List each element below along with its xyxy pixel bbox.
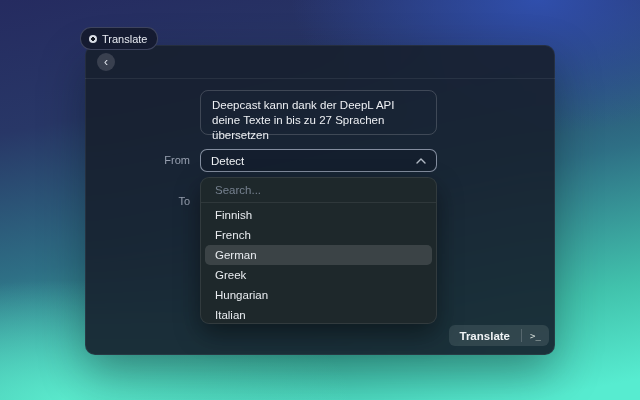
desktop-background: Translate ‹ Deepcast kann dank der DeepL…	[0, 0, 640, 400]
from-language-select[interactable]: Detect	[200, 149, 437, 172]
translate-app-badge[interactable]: Translate	[80, 27, 158, 50]
dropdown-option-italian[interactable]: Italian	[201, 305, 436, 324]
dropdown-search-input[interactable]	[213, 183, 424, 197]
terminal-icon[interactable]: >_	[522, 331, 549, 341]
source-text: Deepcast kann dank der DeepL API deine T…	[212, 99, 394, 141]
chevron-up-icon	[416, 158, 426, 164]
language-dropdown: Finnish French German Greek Hungarian It…	[200, 177, 437, 324]
to-label: To	[85, 190, 190, 213]
chevron-left-icon: ‹	[104, 56, 108, 68]
window-header: ‹	[85, 45, 555, 79]
dropdown-option-hungarian[interactable]: Hungarian	[201, 285, 436, 305]
dropdown-option-finnish[interactable]: Finnish	[201, 205, 436, 225]
source-text-area[interactable]: Deepcast kann dank der DeepL API deine T…	[200, 90, 437, 135]
dropdown-option-french[interactable]: French	[201, 225, 436, 245]
translate-button[interactable]: Translate	[449, 330, 522, 342]
dropdown-options-list: Finnish French German Greek Hungarian It…	[201, 203, 436, 324]
dropdown-search-row	[201, 178, 436, 203]
gear-icon	[89, 35, 97, 43]
translate-window: ‹ Deepcast kann dank der DeepL API deine…	[85, 45, 555, 355]
from-language-value: Detect	[211, 155, 244, 167]
translate-app-badge-label: Translate	[102, 33, 147, 45]
dropdown-option-greek[interactable]: Greek	[201, 265, 436, 285]
back-button[interactable]: ‹	[97, 53, 115, 71]
dropdown-option-german[interactable]: German	[205, 245, 432, 265]
from-label: From	[85, 149, 190, 172]
footer-action-group: Translate >_	[449, 325, 550, 346]
